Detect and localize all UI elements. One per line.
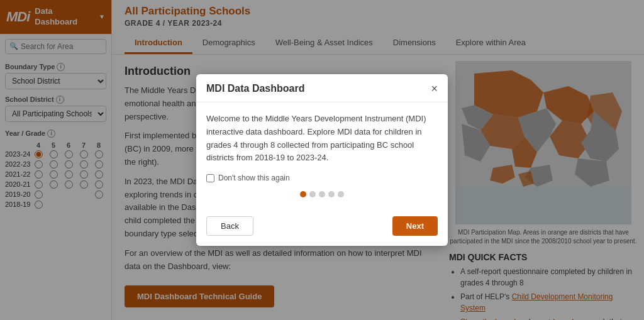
modal-back-button[interactable]: Back bbox=[206, 216, 253, 236]
dont-show-label[interactable]: Don't show this again bbox=[218, 174, 290, 182]
modal-body-text: Welcome to the Middle Years Development … bbox=[206, 113, 438, 165]
dot-4 bbox=[328, 191, 335, 197]
modal-dialog: MDI Data Dashboard × Welcome to the Midd… bbox=[196, 74, 448, 246]
dot-2 bbox=[309, 191, 316, 197]
modal-body: Welcome to the Middle Years Development … bbox=[196, 102, 448, 216]
modal-overlay: MDI Data Dashboard × Welcome to the Midd… bbox=[0, 0, 644, 320]
dot-5 bbox=[338, 191, 344, 197]
dot-3 bbox=[319, 191, 325, 197]
modal-header: MDI Data Dashboard × bbox=[196, 74, 448, 102]
modal-next-button[interactable]: Next bbox=[392, 216, 438, 236]
app-container: MDi Data Dashboard ▼ 🔍 Boundary Type i S… bbox=[0, 0, 644, 320]
modal-dots bbox=[206, 191, 438, 197]
dot-1 bbox=[300, 191, 306, 197]
modal-title: MDI Data Dashboard bbox=[206, 83, 304, 94]
dont-show-checkbox[interactable] bbox=[206, 174, 214, 182]
modal-footer: Back Next bbox=[196, 216, 448, 246]
modal-close-button[interactable]: × bbox=[431, 83, 438, 94]
modal-checkbox-row: Don't show this again bbox=[206, 174, 438, 182]
